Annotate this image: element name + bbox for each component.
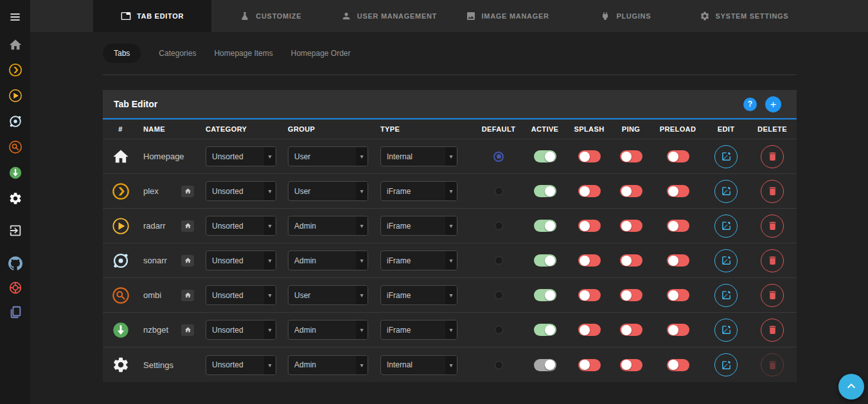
active-toggle[interactable] (534, 185, 556, 197)
preload-toggle[interactable] (667, 185, 689, 197)
splash-toggle[interactable] (578, 324, 601, 336)
preload-toggle[interactable] (667, 289, 689, 301)
splash-toggle[interactable] (578, 289, 601, 301)
default-radio[interactable] (495, 361, 503, 369)
ping-toggle[interactable] (620, 254, 642, 267)
tab-customize[interactable]: CUSTOMIZE (211, 0, 330, 32)
splash-toggle[interactable] (578, 185, 601, 197)
subtab-homepage-order[interactable]: Homepage Order (291, 49, 351, 58)
tab-label: CUSTOMIZE (256, 12, 301, 20)
ping-toggle[interactable] (620, 220, 642, 232)
category-select[interactable]: Unsorted▾ (206, 181, 276, 201)
subtab-homepage-items[interactable]: Homepage Items (214, 49, 272, 58)
splash-toggle[interactable] (578, 359, 601, 371)
category-select[interactable]: Unsorted▾ (206, 146, 276, 166)
group-select[interactable]: User▾ (288, 285, 368, 305)
edit-button[interactable] (714, 215, 738, 238)
sidebar-item-ombi[interactable] (0, 137, 30, 157)
group-select[interactable]: Admin▾ (288, 320, 368, 340)
category-select[interactable]: Unsorted▾ (206, 355, 276, 375)
delete-button[interactable] (761, 145, 784, 168)
edit-button[interactable] (714, 284, 738, 307)
subtab-tabs[interactable]: Tabs (103, 44, 141, 63)
ping-toggle[interactable] (620, 150, 642, 162)
tab-image-manager[interactable]: IMAGE MANAGER (448, 0, 567, 32)
sidebar-item-nzbget[interactable] (0, 163, 30, 182)
splash-toggle[interactable] (578, 254, 601, 267)
ping-toggle[interactable] (620, 185, 642, 197)
splash-toggle[interactable] (578, 220, 601, 232)
active-toggle[interactable] (534, 289, 556, 301)
group-select[interactable]: User▾ (288, 181, 368, 201)
edit-button[interactable] (714, 249, 738, 272)
type-select[interactable]: iFrame▾ (380, 250, 457, 270)
category-select[interactable]: Unsorted▾ (206, 320, 276, 340)
edit-button[interactable] (714, 353, 738, 376)
active-toggle[interactable] (534, 220, 556, 232)
type-select[interactable]: iFrame▾ (380, 285, 457, 305)
type-select[interactable]: Internal▾ (380, 355, 457, 375)
preload-toggle[interactable] (667, 150, 689, 162)
sidebar-item-radarr[interactable] (0, 86, 30, 105)
tab-tab-editor[interactable]: TAB EDITOR (93, 0, 211, 32)
preload-toggle[interactable] (667, 254, 689, 267)
menu-icon (0, 7, 30, 26)
active-toggle[interactable] (534, 150, 556, 162)
type-select[interactable]: iFrame▾ (380, 216, 457, 236)
tab-plugins[interactable]: PLUGINS (567, 0, 685, 32)
ping-toggle[interactable] (620, 324, 642, 336)
gear-icon (0, 189, 30, 208)
preload-toggle[interactable] (667, 220, 689, 232)
sidebar-item-home[interactable] (0, 35, 30, 55)
splash-toggle[interactable] (578, 150, 601, 162)
delete-button[interactable] (761, 249, 784, 272)
type-select[interactable]: Internal▾ (380, 146, 457, 166)
edit-button[interactable] (714, 180, 738, 203)
sidebar-item-github[interactable] (0, 254, 30, 273)
sidebar-item-lifebuoy[interactable] (0, 278, 30, 297)
help-button[interactable]: ? (743, 98, 757, 111)
ombi-icon (0, 137, 30, 157)
delete-button[interactable] (761, 215, 784, 238)
sidebar-item-sonarr[interactable] (0, 112, 30, 131)
ping-toggle[interactable] (620, 359, 642, 371)
sidebar (0, 0, 30, 404)
type-select[interactable]: iFrame▾ (380, 181, 457, 201)
preload-toggle[interactable] (667, 359, 689, 371)
add-tab-button[interactable]: + (765, 96, 781, 112)
delete-button[interactable] (761, 319, 784, 342)
edit-button[interactable] (714, 319, 738, 342)
active-toggle[interactable] (534, 254, 556, 267)
group-select[interactable]: Admin▾ (288, 250, 368, 270)
default-radio[interactable] (495, 291, 503, 299)
scroll-top-button[interactable] (838, 374, 864, 400)
sidebar-item-plex[interactable] (0, 60, 30, 80)
category-select[interactable]: Unsorted▾ (206, 285, 276, 305)
active-toggle[interactable] (534, 359, 556, 371)
category-select[interactable]: Unsorted▾ (206, 250, 276, 270)
sidebar-item-pages[interactable] (0, 303, 30, 322)
ping-toggle[interactable] (620, 289, 642, 301)
tab-system-settings[interactable]: SYSTEM SETTINGS (685, 0, 803, 32)
active-toggle[interactable] (534, 324, 556, 336)
subtab-categories[interactable]: Categories (159, 49, 196, 58)
group-select[interactable]: Admin▾ (288, 216, 368, 236)
preload-toggle[interactable] (667, 324, 689, 336)
category-select[interactable]: Unsorted▾ (206, 216, 276, 236)
type-select[interactable]: iFrame▾ (380, 320, 457, 340)
default-radio[interactable] (495, 256, 503, 265)
menu-toggle[interactable] (0, 7, 30, 26)
default-radio[interactable] (495, 222, 503, 230)
sidebar-item-settings[interactable] (0, 189, 30, 208)
default-radio[interactable] (495, 326, 503, 334)
delete-button[interactable] (761, 180, 784, 203)
edit-button[interactable] (714, 145, 738, 168)
tab-name: Homepage (143, 152, 184, 161)
default-radio[interactable] (493, 152, 504, 162)
delete-button[interactable] (761, 284, 784, 307)
group-select[interactable]: User▾ (288, 146, 368, 166)
tab-user-management[interactable]: USER MANAGEMENT (330, 0, 448, 32)
sidebar-item-logout[interactable] (0, 221, 30, 240)
default-radio[interactable] (495, 187, 503, 195)
group-select[interactable]: Admin▾ (288, 355, 368, 375)
